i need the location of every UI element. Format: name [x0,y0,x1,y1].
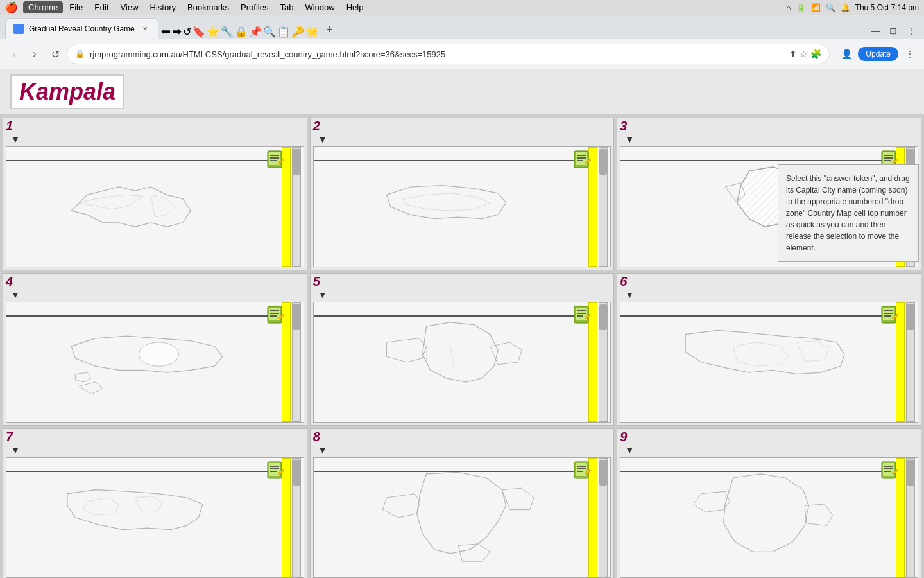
cell-3-number: 3 [620,119,627,132]
toolbar-icon-7[interactable]: 🔒 [235,26,248,38]
share-icon[interactable]: ⬆ [789,49,797,59]
cell-2-note-icon[interactable] [573,150,592,169]
grid-cell-1[interactable]: 1 ▼ [3,118,307,270]
extend-icon[interactable]: ⊡ [886,23,901,39]
cell-2-scrollbar[interactable] [599,147,608,267]
menubar-window[interactable]: Window [300,1,339,13]
active-tab[interactable]: Gradual Reveal Country Game ✕ [5,18,158,39]
cell-6-note-icon[interactable] [880,305,900,324]
search-icon[interactable]: 🔍 [826,3,835,12]
cell-8-map-svg [314,458,611,577]
cell-1-scrollbar[interactable] [292,147,301,267]
new-tab-button[interactable]: + [321,21,339,39]
menubar: 🍎 Chrome File Edit View History Bookmark… [0,0,924,15]
grid-cell-6[interactable]: 6 ▼ [617,273,921,426]
grid-cell-9[interactable]: 9 ▼ [617,428,921,578]
cell-7-note-icon[interactable] [266,460,286,480]
reload-button[interactable]: ↺ [46,45,64,63]
toolbar-icon-9[interactable]: 🔍 [263,26,276,38]
cell-8-map [313,457,612,578]
forward-button[interactable]: › [26,45,44,63]
update-button[interactable]: Update [858,47,898,61]
cell-7-header: 7 [3,429,307,444]
address-input[interactable]: 🔒 rjmprogramming.com.au/HTMLCSS/gradual_… [67,44,830,64]
toolbar-icon-10[interactable]: 📋 [277,26,290,38]
toolbar-icon-2[interactable]: ➡ [172,24,182,39]
cell-5-header: 5 [311,274,614,289]
cell-5-number: 5 [313,275,320,288]
toolbar-icon-11[interactable]: 🔑 [291,26,304,38]
cell-6-scrollbar[interactable] [906,302,915,422]
chrome-menu-icon[interactable]: ⋮ [901,45,919,63]
cell-7-map-svg [6,458,304,577]
back-button[interactable]: ‹ [5,45,23,63]
menubar-chrome[interactable]: Chrome [23,1,63,13]
minimize-icon[interactable]: — [868,23,883,39]
cell-5-scrollbar[interactable] [599,302,608,422]
tab-favicon [13,24,24,34]
tooltip: Select this "answer token", and drag its… [778,164,919,262]
cell-4-dropdown[interactable]: ▼ [11,290,20,300]
cell-9-number: 9 [620,430,627,443]
cell-1-note-icon[interactable] [266,150,286,169]
grid-cell-7[interactable]: 7 ▼ [3,428,307,578]
cell-3-dropdown[interactable]: ▼ [625,134,634,144]
grid-cell-8[interactable]: 8 ▼ [310,428,615,578]
cell-6-dropdown[interactable]: ▼ [625,290,634,300]
menubar-profiles[interactable]: Profiles [235,1,273,13]
toolbar-icon-1[interactable]: ⬅ [161,24,171,39]
menubar-file[interactable]: File [64,1,88,13]
cell-1-number: 1 [6,119,13,132]
chrome-right-icons: 👤 Update ⋮ [837,45,919,63]
cell-9-scrollbar[interactable] [906,458,915,577]
cell-8-header: 8 [311,429,614,444]
apple-menu-icon[interactable]: 🍎 [5,1,18,13]
grid-cell-2[interactable]: 2 ▼ [310,118,615,270]
toolbar-icon-4[interactable]: 🔖 [193,26,205,38]
more-options-icon[interactable]: ⋮ [903,23,919,39]
menubar-tab[interactable]: Tab [275,1,298,13]
cell-4-number: 4 [6,275,13,288]
toolbar-icon-5[interactable]: ⭐ [207,26,219,38]
extension-icon[interactable]: 🧩 [810,49,821,59]
grid-cell-4[interactable]: 4 ▼ [3,273,307,426]
toolbar-icon-8[interactable]: 📌 [249,26,262,38]
cell-1-header: 1 [3,118,307,134]
menubar-edit[interactable]: Edit [89,1,114,13]
profile-icon[interactable]: 👤 [837,45,855,63]
tab-toolbar-icons: — ⊡ ⋮ [868,23,919,39]
battery-icon: 🔋 [796,3,806,12]
page-content: Kampala Select this "answer token", and … [0,69,924,578]
cell-7-dropdown[interactable]: ▼ [11,445,20,455]
toolbar-icon-3[interactable]: ↺ [183,26,191,38]
grid-cell-5[interactable]: 5 ▼ [310,273,615,426]
cell-2-map [313,146,612,267]
chrome-window: Gradual Reveal Country Game ✕ ⬅ ➡ ↺ 🔖 ⭐ … [0,15,924,578]
menubar-bookmarks[interactable]: Bookmarks [182,1,234,13]
cell-5-dropdown[interactable]: ▼ [318,290,327,300]
cell-8-note-icon[interactable] [573,460,592,480]
notification-icon: 🔔 [841,3,850,12]
cell-4-note-icon[interactable] [266,305,286,324]
cell-5-note-icon[interactable] [573,305,592,324]
cell-9-dropdown[interactable]: ▼ [625,445,634,455]
cell-7-scrollbar[interactable] [292,458,301,577]
cell-4-map [6,302,304,423]
toolbar-icon-6[interactable]: 🔧 [221,26,234,38]
menubar-history[interactable]: History [145,1,181,13]
cell-2-dropdown[interactable]: ▼ [318,134,327,144]
bookmark-icon[interactable]: ☆ [800,49,808,59]
lock-icon: 🔒 [75,49,85,58]
cell-8-dropdown[interactable]: ▼ [318,445,327,455]
cell-4-header: 4 [3,274,307,289]
cell-1-dropdown[interactable]: ▼ [11,134,20,144]
cell-8-scrollbar[interactable] [599,458,608,577]
cell-9-note-icon[interactable] [880,460,900,480]
toolbar-icon-12[interactable]: 🌟 [305,26,318,38]
cell-4-map-svg [6,302,304,422]
svg-line-23 [450,346,454,370]
menubar-help[interactable]: Help [341,1,369,13]
cell-4-scrollbar[interactable] [292,302,301,422]
tab-close-button[interactable]: ✕ [140,24,150,34]
menubar-view[interactable]: View [116,1,144,13]
